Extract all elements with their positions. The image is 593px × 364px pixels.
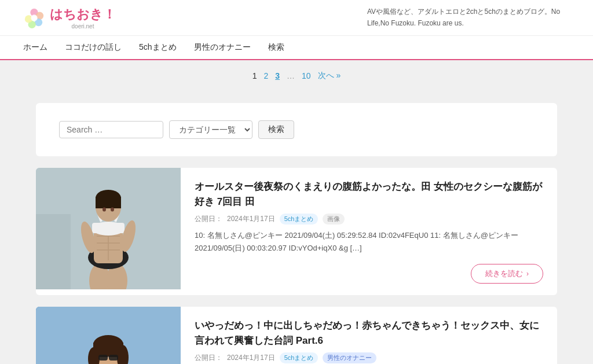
thumbnail-svg-1: [36, 168, 181, 289]
article-thumbnail-1: [36, 168, 181, 289]
article-date-1: 2024年1月17日: [227, 214, 275, 224]
page-3-current[interactable]: 3: [275, 71, 280, 80]
svg-rect-40: [98, 355, 108, 361]
main-content: カテゴリー一覧 5chまとめ 男性のオナニー ネタ AV 画像 検索: [36, 91, 557, 364]
nav-5ch[interactable]: 5chまとめ: [139, 42, 177, 53]
read-more-button-1[interactable]: 続きを読む ›: [471, 264, 543, 284]
svg-rect-17: [92, 223, 125, 233]
main-nav: ホーム ココだけの話し 5chまとめ 男性のオナニー 検索: [0, 36, 593, 60]
tag-5ch-1[interactable]: 5chまとめ: [280, 214, 319, 225]
logo-text-area: はちおき！ doeri.net: [50, 6, 116, 30]
nav-search[interactable]: 検索: [268, 42, 284, 53]
nav-home[interactable]: ホーム: [23, 42, 47, 53]
article-thumbnail-2: [36, 307, 181, 364]
site-name: はちおき！: [50, 7, 116, 21]
article-date-prefix-1: 公開日：: [195, 214, 222, 224]
site-description: AVや風俗など、アダルトエロと2chと5chのまとめブログ。No Life,No…: [367, 6, 570, 28]
svg-rect-24: [96, 197, 121, 208]
search-button[interactable]: 検索: [258, 120, 294, 139]
svg-point-26: [111, 208, 114, 212]
article-body-1: オールスター後夜祭のくまえりの腹筋よかったな。田 女性のセクシーな腹筋が好き 7…: [181, 168, 557, 295]
tag-5ch-2[interactable]: 5chまとめ: [280, 352, 319, 363]
article-card-2: いやっだめっ！中に出しちゃだめっ！赤ちゃんできちゃう！セックス中、女に言われて興…: [36, 307, 557, 364]
page-10[interactable]: 10: [302, 71, 311, 80]
thumbnail-svg-2: [36, 307, 181, 364]
site-sub: doeri.net: [50, 23, 116, 30]
article-date-prefix-2: 公開日：: [195, 353, 222, 363]
logo-area: はちおき！ doeri.net: [23, 6, 116, 30]
page-2[interactable]: 2: [263, 71, 268, 80]
article-card: オールスター後夜祭のくまえりの腹筋よかったな。田 女性のセクシーな腹筋が好き 7…: [36, 168, 557, 295]
svg-rect-41: [109, 355, 118, 361]
read-more-chevron-1: ›: [526, 270, 529, 278]
article-title-1: オールスター後夜祭のくまえりの腹筋よかったな。田 女性のセクシーな腹筋が好き 7…: [195, 179, 543, 209]
article-date-2: 2024年1月17日: [227, 353, 275, 363]
nav-kokodake[interactable]: ココだけの話し: [65, 42, 122, 53]
tag-img-1[interactable]: 画像: [323, 214, 345, 225]
article-excerpt-1: 10: 名無しさん@ピンキー 2021/09/04(土) 05:29:52.84…: [195, 229, 543, 255]
svg-rect-27: [36, 214, 71, 289]
pagination-top: 1 2 3 … 10 次へ »: [0, 60, 593, 91]
nav-onanie[interactable]: 男性のオナニー: [194, 42, 251, 53]
pagination-ellipsis: …: [287, 71, 295, 80]
category-select[interactable]: カテゴリー一覧 5chまとめ 男性のオナニー ネタ AV 画像: [169, 120, 252, 139]
search-box: カテゴリー一覧 5chまとめ 男性のオナニー ネタ AV 画像 検索: [36, 103, 557, 156]
search-input[interactable]: [59, 121, 163, 138]
page-1[interactable]: 1: [252, 71, 257, 80]
logo-icon: [23, 7, 45, 29]
thumbnail-image-2: [36, 307, 181, 364]
read-more-label-1: 続きを読む: [485, 269, 523, 279]
svg-point-5: [31, 14, 37, 21]
svg-point-25: [103, 208, 106, 212]
article-body-2: いやっだめっ！中に出しちゃだめっ！赤ちゃんできちゃう！セックス中、女に言われて興…: [181, 307, 557, 364]
article-meta-1: 公開日： 2024年1月17日 5chまとめ 画像: [195, 214, 543, 225]
article-title-2: いやっだめっ！中に出しちゃだめっ！赤ちゃんできちゃう！セックス中、女に言われて興…: [195, 318, 543, 348]
site-header: はちおき！ doeri.net AVや風俗など、アダルトエロと2chと5chのま…: [0, 0, 593, 36]
read-more-wrap-1: 続きを読む ›: [195, 264, 543, 284]
pagination-next[interactable]: 次へ »: [318, 71, 341, 81]
article-meta-2: 公開日： 2024年1月17日 5chまとめ 男性のオナニー: [195, 352, 543, 363]
tag-men-2[interactable]: 男性のオナニー: [323, 352, 376, 363]
thumbnail-image-1: [36, 168, 181, 289]
